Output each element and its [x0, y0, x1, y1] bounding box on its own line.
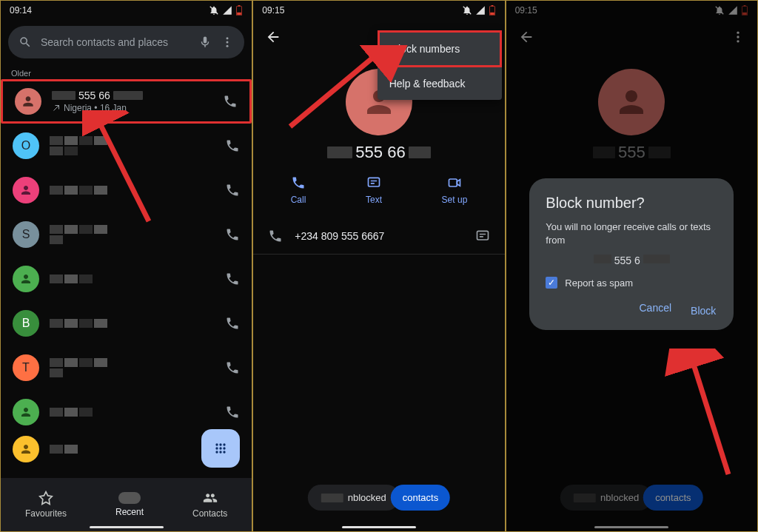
mic-icon[interactable] — [198, 36, 212, 49]
svg-point-7 — [216, 443, 218, 445]
signal-icon — [222, 5, 232, 16]
svg-point-9 — [224, 443, 226, 445]
svg-point-4 — [227, 37, 229, 39]
action-text[interactable]: Text — [366, 175, 382, 205]
call-entry[interactable] — [1, 168, 252, 212]
call-icon[interactable] — [223, 94, 238, 109]
call-entry[interactable]: T — [1, 346, 252, 390]
gesture-bar — [342, 526, 416, 528]
svg-rect-21 — [368, 178, 379, 186]
svg-point-10 — [216, 447, 218, 449]
person-icon — [19, 405, 33, 419]
call-entry[interactable]: O — [1, 124, 252, 168]
dnd-icon — [462, 5, 472, 16]
call-entry-highlighted[interactable]: 555 66 Nigeria • 16 Jan — [1, 79, 252, 124]
person-icon — [19, 272, 33, 286]
svg-point-8 — [220, 443, 222, 445]
snackbar: nblocked contacts — [308, 485, 450, 511]
avatar: T — [13, 354, 39, 381]
back-icon[interactable] — [265, 29, 281, 45]
battery-icon — [235, 5, 243, 16]
call-icon[interactable] — [225, 227, 240, 242]
search-bar[interactable]: Search contacts and places — [8, 26, 244, 58]
contact-detail-screen: 09:15 Block numbers Help & feedback 555 … — [252, 0, 505, 532]
svg-rect-19 — [491, 5, 493, 6]
person-icon — [21, 94, 36, 109]
snackbar-action[interactable]: contacts — [391, 485, 450, 511]
signal-icon — [475, 5, 486, 16]
nav-favourites[interactable]: Favourites — [25, 491, 67, 519]
gesture-bar — [90, 526, 164, 528]
svg-point-11 — [220, 447, 222, 449]
bottom-nav: Favourites Recent Contacts — [1, 478, 252, 531]
status-icons — [209, 5, 243, 16]
avatar — [13, 177, 39, 203]
svg-rect-2 — [238, 5, 241, 6]
call-icon[interactable] — [225, 360, 240, 375]
recents-screen: 09:14 Search contacts and places Older 5… — [0, 0, 252, 532]
menu-block-numbers[interactable]: Block numbers — [378, 30, 502, 67]
nav-contacts[interactable]: Contacts — [192, 491, 227, 519]
outgoing-icon — [52, 104, 61, 112]
call-entry[interactable]: S — [1, 212, 252, 257]
dialog-cancel[interactable]: Cancel — [639, 302, 671, 320]
block-dialog: Block number? You will no longer receive… — [529, 178, 734, 330]
search-icon — [19, 36, 32, 49]
call-entry[interactable] — [1, 390, 252, 434]
star-icon — [38, 491, 53, 505]
clock: 09:14 — [10, 5, 32, 16]
person-icon — [19, 183, 33, 197]
action-row: Call Text Set up — [253, 162, 504, 218]
call-icon[interactable] — [225, 405, 240, 420]
message-icon[interactable] — [475, 229, 490, 243]
call-entry[interactable]: B — [1, 301, 252, 346]
call-info: 555 66 Nigeria • 16 Jan — [52, 90, 212, 113]
video-icon — [447, 175, 462, 190]
svg-point-12 — [224, 447, 226, 449]
avatar — [13, 436, 39, 462]
nav-recent[interactable]: Recent — [115, 492, 144, 517]
avatar — [13, 399, 39, 425]
overflow-menu: Block numbers Help & feedback — [378, 30, 502, 100]
section-older: Older — [1, 64, 252, 79]
report-spam-checkbox[interactable]: ✓ Report as spam — [546, 277, 717, 289]
call-icon[interactable] — [225, 183, 240, 198]
number-row[interactable]: +234 809 555 6667 — [253, 218, 504, 255]
menu-help-feedback[interactable]: Help & feedback — [378, 67, 502, 100]
svg-point-6 — [227, 45, 229, 47]
contact-name: 555 66 — [253, 143, 504, 162]
call-entry[interactable] — [1, 257, 252, 301]
dialpad-icon — [213, 441, 228, 456]
call-icon[interactable] — [225, 138, 240, 153]
call-icon — [291, 175, 306, 190]
action-call[interactable]: Call — [291, 175, 306, 205]
dialog-block[interactable]: Block — [689, 302, 717, 320]
checkbox-icon: ✓ — [546, 277, 557, 289]
status-bar: 09:15 — [253, 1, 504, 20]
avatar: O — [13, 132, 39, 159]
svg-rect-22 — [449, 179, 457, 186]
clock: 09:15 — [262, 5, 284, 16]
call-icon — [268, 229, 283, 243]
svg-rect-23 — [477, 231, 488, 240]
avatar: B — [13, 310, 39, 337]
snackbar-text: nblocked — [308, 485, 400, 511]
svg-point-5 — [227, 41, 229, 44]
svg-point-15 — [224, 451, 226, 453]
status-icons — [462, 5, 496, 16]
dialpad-fab[interactable] — [201, 429, 240, 468]
search-placeholder: Search contacts and places — [41, 36, 190, 48]
people-icon — [203, 491, 218, 505]
svg-rect-3 — [238, 13, 242, 16]
message-icon — [366, 175, 381, 190]
more-icon[interactable] — [221, 36, 234, 49]
phone-number: +234 809 555 6667 — [295, 230, 463, 242]
call-icon[interactable] — [225, 316, 240, 331]
dialog-number: 555 6 — [546, 255, 717, 266]
svg-rect-20 — [490, 13, 494, 16]
svg-point-14 — [220, 451, 222, 453]
action-setup[interactable]: Set up — [442, 175, 468, 205]
call-icon[interactable] — [225, 272, 240, 286]
block-dialog-screen: 09:15 555 Block number? You will no long… — [506, 0, 758, 532]
dialog-title: Block number? — [546, 195, 717, 212]
